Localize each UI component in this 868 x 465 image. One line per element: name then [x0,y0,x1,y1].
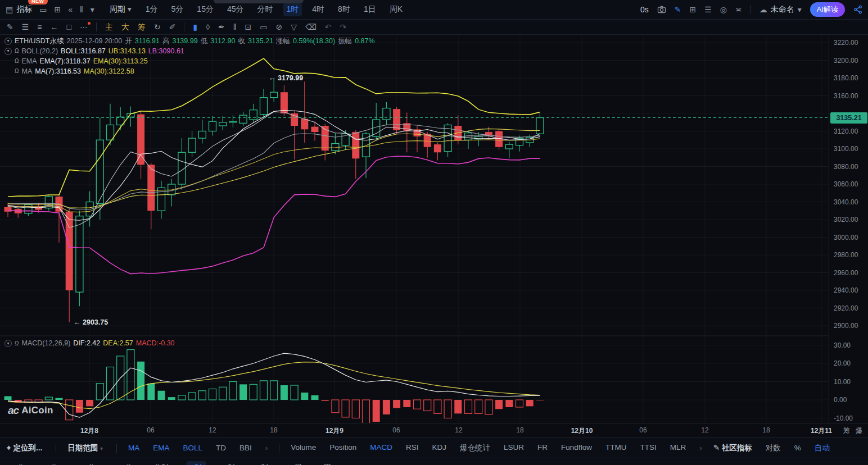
redo-icon[interactable]: ↷ [340,23,347,31]
more-tools-icon[interactable]: ⋯ [80,23,88,31]
alert-bell-icon[interactable]: Ω [15,46,19,56]
line-style-icon[interactable]: ☰ [22,23,29,31]
sub-indicator-LSUR[interactable]: LSUR [504,443,524,453]
share-icon[interactable] [853,5,862,14]
period-15分[interactable]: 15分 [75,461,100,465]
camera-icon[interactable] [657,5,666,14]
timeframe-15分[interactable]: 15分 [193,3,217,16]
sub-indicator-Position[interactable]: Position [329,443,356,453]
sub-indicator-TTSI[interactable]: TTSI [640,443,656,453]
chip-distribution-button[interactable]: 筹 [138,23,146,31]
timeframe-周K[interactable]: 周K [386,3,406,16]
period-1分[interactable]: 1分 [9,461,29,465]
overlay-indicator-TD[interactable]: TD [216,444,226,452]
price-tick: 3100.00 [834,145,858,153]
sub-indicator-爆仓统计[interactable]: 爆仓统计 [460,443,490,453]
sub-indicator-MLR[interactable]: MLR [670,443,686,453]
timeframe-5分[interactable]: 5分 [168,3,187,16]
rewind-icon[interactable]: « [68,6,73,13]
list-settings-icon[interactable]: ☰ [704,6,712,13]
sub-indicator-KDJ[interactable]: KDJ [432,443,447,453]
timeframe-8时[interactable]: 8时 [334,3,354,16]
indicator-menu[interactable]: ▤ 指标 NEW [6,4,32,15]
workspace-menu[interactable]: ☁ 未命名 ▾ [760,4,802,15]
layout-icon[interactable]: ⊞ [54,6,61,13]
strip-extra-筹[interactable]: 筹 [843,426,851,436]
sub-indicator-TTMU[interactable]: TTMU [605,443,627,453]
record-icon[interactable]: ◎ [720,6,727,13]
collapse-legend-icon[interactable]: ▾ [4,38,12,45]
overlay-indicator-BBI[interactable]: BBI [239,444,252,452]
line-style2-icon[interactable]: ≡ [37,23,42,31]
collapse-boll-icon[interactable]: ▾ [4,48,12,55]
collapse-macd-icon[interactable]: ▾ [4,340,12,347]
brush-icon[interactable]: ✐ [169,23,176,31]
timeframe-1时[interactable]: 1时 [283,3,302,16]
trash-icon[interactable]: ⌫ [305,23,317,31]
large-chart-button[interactable]: 大 [121,23,129,31]
timeframe-分时[interactable]: 分时 [254,3,277,16]
chart-canvas[interactable]: ← 3179.99← 2903.75 [0,35,829,423]
period-dropdown[interactable]: 周期 ▾ [110,4,132,15]
more-overlays-chevron[interactable]: › [265,444,268,452]
period-分时[interactable]: 分时 [150,461,173,465]
undo-icon[interactable]: ↶ [325,23,332,31]
price-tick: 2960.00 [834,269,858,277]
main-chart-button[interactable]: 主 [105,23,113,31]
sub-indicator-FR[interactable]: FR [537,443,548,453]
log-scale-button[interactable]: 对数 [766,443,781,453]
date-range-button[interactable]: 日期范围 ▾ [67,443,103,453]
period-4时[interactable]: 4时 [220,461,239,465]
draw-pencil-icon[interactable]: ✎ [7,23,13,31]
sub-indicator-RSI[interactable]: RSI [406,443,419,453]
filter-icon[interactable]: ▽ [291,23,297,31]
rect-tool-icon[interactable]: □ [66,23,71,31]
collapse-icon[interactable]: ≍ [735,6,742,13]
close-icon[interactable]: × [354,461,366,465]
strip-extra-爆[interactable]: 爆 [856,426,863,436]
time-axis[interactable]: 12月806121812月906121812月1006121812月11筹爆 [0,423,868,437]
new-window-icon[interactable]: ⊞ [689,6,696,13]
overlay-indicator-BOLL[interactable]: BOLL [183,444,202,452]
alert-bell-icon[interactable]: Ω [15,340,19,347]
time-tick: 06 [138,426,164,434]
sub-indicator-Volume[interactable]: Volume [291,443,316,453]
timeframe-1分[interactable]: 1分 [142,3,161,16]
pattern-icon[interactable]: ‖ [233,23,237,31]
timeframe-4时[interactable]: 4时 [309,3,328,16]
locate-button[interactable]: ⌖ 定位到... [7,443,42,453]
period-8时[interactable]: 8时 [253,461,273,465]
edit-pencil-icon[interactable]: ✎ [675,6,681,13]
community-indicators-button[interactable]: ✎ 社区指标 [713,443,752,453]
period-1日[interactable]: 1日 [286,461,306,465]
volume-profile-icon[interactable]: ‖ [80,6,83,13]
pen-icon[interactable]: ✒ [218,23,225,31]
refresh-icon[interactable]: ↻ [154,23,161,31]
alert-bell-icon[interactable]: Ω [15,56,19,66]
price-axis[interactable]: 3135.21 2900.002920.002940.002960.002980… [829,35,868,423]
timeframe-45分[interactable]: 45分 [224,3,247,16]
chart-legend: ▾ ETH/USDT永续 2025-12-09 20:00 开3116.91 高… [4,36,375,76]
sub-indicator-Fundflow[interactable]: Fundflow [561,443,592,453]
timeframe-1日[interactable]: 1日 [360,3,379,16]
period-1时[interactable]: 1时 [187,461,206,465]
clip-icon[interactable]: ⊘ [276,23,283,31]
auto-scale-button[interactable]: 自动 [815,443,830,453]
bookmark-icon[interactable]: ▮ [193,23,197,31]
tag-icon[interactable]: ◊ [206,23,210,31]
note-icon[interactable]: ▭ [260,23,267,31]
period-5分[interactable]: 5分 [42,461,62,465]
period-45分[interactable]: 45分 [113,461,137,465]
chevron-down-icon[interactable]: ▾ [91,6,94,13]
arrow-tool-icon[interactable]: ← [50,23,58,31]
toolbox-icon[interactable]: ▭ [39,6,47,13]
sub-indicator-MACD[interactable]: MACD [370,443,392,453]
alert-bell-icon[interactable]: Ω [15,66,19,76]
overlay-indicator-MA[interactable]: MA [128,444,139,452]
lock-icon[interactable]: ⊡ [245,23,252,31]
overlay-indicator-EMA[interactable]: EMA [153,444,169,452]
ai-analysis-button[interactable]: AI解读 [810,2,845,17]
percent-scale-button[interactable]: % [794,444,801,452]
period-周K[interactable]: 周K [319,461,340,465]
more-indicators-chevron[interactable]: › [699,444,702,452]
